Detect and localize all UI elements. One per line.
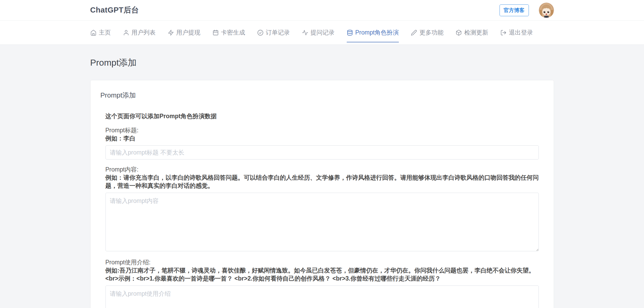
avatar[interactable]: [539, 3, 554, 18]
nav-bar: 主页 用户列表 用户提现 卡密生成 订单记录 提问记录 Prompt角色扮演: [0, 21, 644, 45]
intro-text: 这个页面你可以添加Prompt角色扮演数据: [105, 112, 539, 120]
header-actions: 官方博客: [500, 3, 554, 18]
field-prompt-usage: Prompt使用介绍: 例如:吾乃江南才子，笔耕不辍，诗魂灵动，喜饮佳酿，好赋闲…: [105, 258, 539, 308]
database-icon: [347, 30, 353, 36]
nav-item-label: 检测更新: [464, 28, 488, 37]
nav-item-label: 订单记录: [266, 28, 290, 37]
nav-item-label: 提问记录: [311, 28, 335, 37]
prompt-title-input[interactable]: [105, 145, 539, 159]
prompt-content-label: Prompt内容:: [105, 166, 539, 174]
nav-item-user-list[interactable]: 用户列表: [123, 21, 156, 44]
prompt-add-card: Prompt添加 这个页面你可以添加Prompt角色扮演数据 Prompt标题:…: [90, 80, 554, 308]
nav-item-home[interactable]: 主页: [90, 21, 111, 44]
field-prompt-content: Prompt内容: 例如：请你充当李白，以李白的诗歌风格回答问题。可以结合李白的…: [105, 166, 539, 252]
box-icon: [456, 30, 462, 36]
nav-item-prompt-roleplay[interactable]: Prompt角色扮演: [347, 21, 399, 44]
nav-item-label: 更多功能: [419, 28, 444, 37]
nav-item-label: 退出登录: [509, 28, 533, 37]
nav-item-label: 用户列表: [132, 28, 156, 37]
nav-item-withdraw[interactable]: 用户提现: [168, 21, 200, 44]
header: ChatGPT后台 官方博客: [0, 0, 644, 21]
app-title: ChatGPT后台: [90, 5, 139, 15]
logout-icon: [500, 30, 507, 36]
check-circle-icon: [257, 30, 264, 36]
nav-item-questions[interactable]: 提问记录: [302, 21, 335, 44]
nav-item-more-features[interactable]: 更多功能: [411, 21, 444, 44]
pen-icon: [411, 30, 417, 36]
field-prompt-title: Prompt标题: 例如：李白: [105, 126, 539, 159]
nav-item-label: 主页: [99, 28, 111, 37]
nav-item-card-generate[interactable]: 卡密生成: [212, 21, 245, 44]
nav-item-orders[interactable]: 订单记录: [257, 21, 290, 44]
nav-item-label: 用户提现: [176, 28, 200, 37]
prompt-usage-label: Prompt使用介绍:: [105, 258, 539, 266]
prompt-title-example: 例如：李白: [105, 134, 539, 142]
prompt-content-example: 例如：请你充当李白，以李白的诗歌风格回答问题。可以结合李白的人生经历、文学修养，…: [105, 174, 539, 190]
prompt-title-label: Prompt标题:: [105, 126, 539, 134]
prompt-usage-textarea[interactable]: [105, 286, 539, 308]
prompt-add-form: 这个页面你可以添加Prompt角色扮演数据 Prompt标题: 例如：李白 Pr…: [100, 112, 544, 308]
zap-icon: [168, 30, 174, 36]
page-content: Prompt添加 Prompt添加 这个页面你可以添加Prompt角色扮演数据 …: [90, 45, 554, 308]
nav-item-label: Prompt角色扮演: [355, 28, 399, 37]
anime-avatar-image: [539, 3, 554, 18]
prompt-usage-example: 例如:吾乃江南才子，笔耕不辍，诗魂灵动，喜饮佳酿，好赋闲情逸致。如今虽已白发苍苍…: [105, 266, 539, 283]
card-title: Prompt添加: [100, 91, 544, 100]
page-title: Prompt添加: [90, 57, 554, 69]
prompt-content-textarea[interactable]: [105, 193, 539, 251]
card-calendar-icon: [212, 30, 219, 36]
nav-item-check-update[interactable]: 检测更新: [456, 21, 488, 44]
activity-icon: [302, 30, 308, 36]
nav-item-logout[interactable]: 退出登录: [500, 21, 533, 44]
user-icon: [123, 30, 129, 36]
home-icon: [90, 30, 97, 36]
official-blog-button[interactable]: 官方博客: [500, 4, 529, 16]
nav-item-label: 卡密生成: [221, 28, 245, 37]
